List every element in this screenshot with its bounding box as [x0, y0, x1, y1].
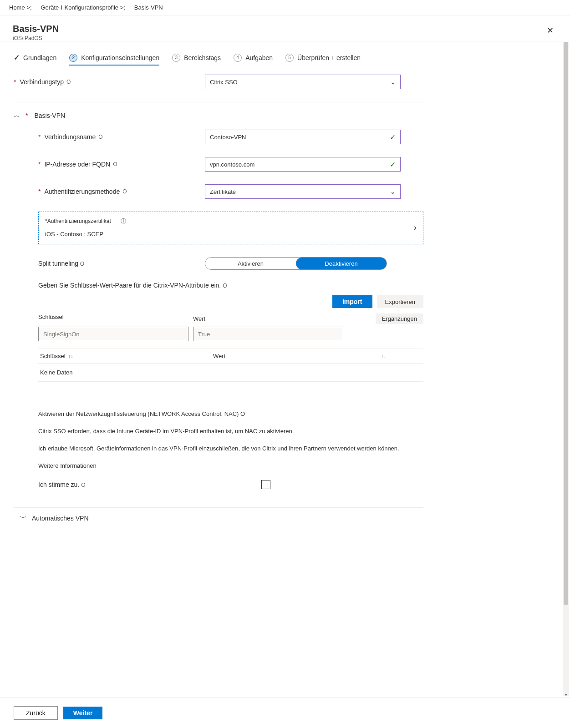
input-value: vpn.contoso.com [210, 161, 254, 168]
kv-val-input[interactable] [193, 327, 343, 341]
label-auth-method: * Authentifizierungsmethode O [38, 188, 205, 195]
label-split-tunneling: Split tunneling O [38, 260, 205, 267]
nac-line-3: Ich erlaube Microsoft, Geräteinformation… [38, 444, 412, 454]
breadcrumb-devices[interactable]: Geräte-I-Konfigurationsprofile >; [38, 3, 128, 12]
step-number: 2 [69, 54, 77, 62]
chevron-up-icon: ︿ [14, 111, 20, 120]
page-title: Basis-VPN [13, 24, 59, 34]
info-icon[interactable]: O [81, 482, 85, 488]
select-value: Zertifikate [210, 188, 236, 195]
sort-icon: ↑↓ [381, 354, 386, 359]
step-label: Bereichstags [184, 54, 221, 61]
scrollbar-thumb[interactable] [564, 42, 568, 605]
step-label: Grundlagen [23, 54, 56, 61]
cert-label: *Authentifizierungszertifikat [45, 218, 111, 224]
step-grundlagen[interactable]: ✓ Grundlagen [14, 53, 56, 62]
label-verbindungsname: * Verbindungsname O [38, 133, 205, 141]
check-icon: ✓ [390, 160, 396, 169]
wizard-footer: Zurück Weiter [0, 697, 570, 728]
chevron-down-icon: ⌄ [390, 188, 396, 195]
select-value: Citrix SSO [210, 79, 238, 86]
nac-section: Aktivieren der Netzwerkzugriffssteuerung… [38, 409, 412, 471]
step-aufgaben[interactable]: 4 Aufgaben [234, 54, 273, 62]
check-icon: ✓ [390, 133, 396, 142]
toggle-enable[interactable]: Aktivieren [205, 258, 296, 269]
chevron-down-icon: ⌄ [390, 78, 396, 86]
input-verbindungsname[interactable]: Contoso-VPN ✓ [205, 130, 401, 144]
sort-icon: ↑↓ [68, 354, 73, 359]
toggle-split-tunneling[interactable]: Aktivieren Deaktivieren [205, 257, 387, 270]
info-icon[interactable]: O [113, 161, 117, 167]
th-val[interactable]: Wert ↑↓ [213, 353, 386, 359]
content-scroll: ✓ Grundlagen 2 Konfigurationseinstellung… [0, 41, 570, 697]
next-button[interactable]: Weiter [63, 707, 103, 719]
step-label: Konfigurationseinstellungen [81, 54, 159, 61]
group-title: Basis-VPN [34, 112, 65, 119]
th-key[interactable]: Schlüssel ↑↓ [40, 353, 213, 359]
label-ip-fqdn: * IP-Adresse oder FQDN O [38, 161, 205, 168]
check-icon: ✓ [14, 53, 20, 62]
info-icon[interactable]: O [122, 188, 127, 195]
step-number: 3 [172, 54, 180, 62]
add-button[interactable]: Ergänzungen [376, 313, 423, 324]
chevron-down-icon: ﹀ [20, 514, 26, 522]
back-button[interactable]: Zurück [14, 706, 58, 720]
info-icon[interactable]: O [80, 261, 84, 267]
cert-value: iOS - Contoso : SCEP [45, 231, 126, 238]
scrollbar[interactable]: ▴ ▾ [563, 42, 569, 696]
cert-picker[interactable]: *Authentifizierungszertifikat ⓘ iOS - Co… [38, 212, 423, 244]
chevron-right-icon: › [414, 223, 417, 233]
select-auth-method[interactable]: Zertifikate ⌄ [205, 184, 401, 199]
import-button[interactable]: Import [332, 295, 372, 308]
step-ueberpruefen[interactable]: 5 Überprüfen + erstellen [285, 54, 361, 62]
label-agree: Ich stimme zu. O [38, 481, 261, 488]
info-icon[interactable]: O [66, 79, 71, 85]
step-bereichstags[interactable]: 3 Bereichstags [172, 54, 221, 62]
input-value: Contoso-VPN [210, 134, 246, 141]
wizard-steps: ✓ Grundlagen 2 Konfigurationseinstellung… [14, 53, 423, 62]
nac-line-2: Citrix SSO erfordert, dass die Intune Ge… [38, 426, 412, 436]
step-label: Überprüfen + erstellen [297, 54, 361, 61]
step-konfiguration[interactable]: 2 Konfigurationseinstellungen [69, 54, 159, 62]
kv-hint: Geben Sie Schlüssel-Wert-Paare für die C… [38, 282, 423, 289]
info-icon[interactable]: ⓘ [121, 218, 126, 224]
breadcrumb-current: Basis-VPN [132, 3, 166, 12]
breadcrumb-home[interactable]: Home >; [6, 3, 35, 12]
group-title: Automatisches VPN [32, 515, 89, 522]
kv-key-input[interactable] [38, 327, 188, 341]
breadcrumb: Home >; Geräte-I-Konfigurationsprofile >… [0, 0, 570, 15]
input-ip-fqdn[interactable]: vpn.contoso.com ✓ [205, 157, 401, 172]
scroll-down-icon[interactable]: ▾ [563, 693, 569, 697]
group-basis-vpn[interactable]: ︿ * Basis-VPN [14, 111, 423, 120]
select-verbindungstyp[interactable]: Citrix SSO ⌄ [205, 75, 401, 89]
agree-checkbox[interactable] [261, 480, 270, 489]
nac-more-link[interactable]: Weitere Informationen [38, 462, 97, 469]
info-icon[interactable]: O [98, 134, 102, 140]
export-button[interactable]: Exportieren [377, 295, 423, 308]
kv-key-label: Schlüssel [38, 313, 193, 324]
kv-empty: Keine Daten [38, 364, 423, 382]
step-number: 5 [285, 54, 294, 62]
kv-val-label: Wert [193, 315, 205, 322]
label-verbindungstyp: * Verbindungstyp O [14, 78, 205, 86]
info-icon[interactable]: O [223, 283, 227, 289]
nac-line-1: Aktivieren der Netzwerkzugriffssteuerung… [38, 409, 412, 419]
step-number: 4 [234, 54, 242, 62]
toggle-disable[interactable]: Deaktivieren [296, 258, 387, 269]
page-subtitle: iOS/iPadOS [13, 35, 59, 41]
close-icon[interactable]: ✕ [543, 24, 557, 37]
group-auto-vpn[interactable]: ﹀ Automatisches VPN [14, 507, 423, 536]
step-label: Aufgaben [245, 54, 273, 61]
